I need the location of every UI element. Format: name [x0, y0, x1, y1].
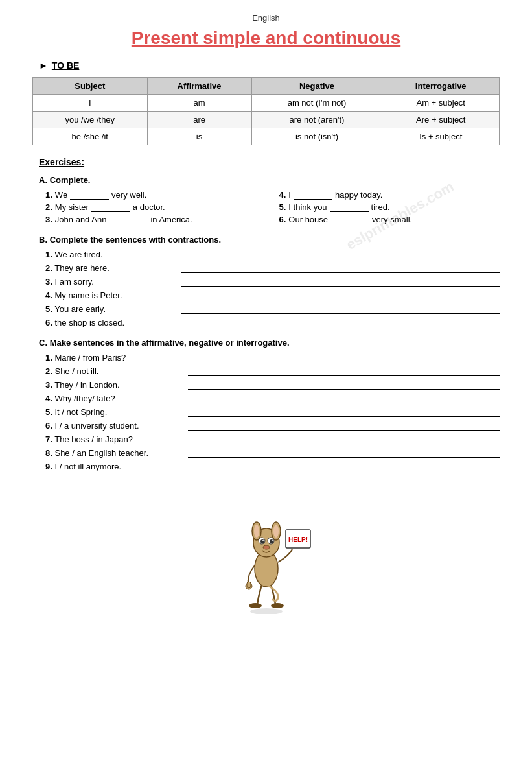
list-item: 4. My name is Peter. — [45, 290, 500, 300]
svg-point-8 — [260, 539, 264, 543]
svg-point-18 — [271, 603, 284, 608]
answer-line[interactable] — [188, 462, 500, 471]
item-text: Our house — [288, 215, 328, 224]
list-item: 1. We are tired. — [45, 250, 500, 259]
list-item: 4. Why /they/ late? — [45, 394, 500, 403]
section-a: A. Complete. 1. We very well.4. I happy … — [39, 175, 500, 224]
answer-line[interactable] — [188, 367, 500, 376]
answer-line[interactable] — [188, 435, 500, 444]
table-cell-0-2: am not (I'm not) — [251, 95, 382, 112]
blank-input[interactable] — [91, 203, 130, 212]
answer-line[interactable] — [188, 408, 500, 417]
list-item: 1. We very well. — [45, 190, 266, 200]
section-b-items: 1. We are tired. 2. They are here. 3. I … — [45, 250, 500, 327]
item-num: 3. — [45, 215, 52, 224]
col-header-negative: Negative — [251, 78, 382, 95]
list-item: 3. They / in London. — [45, 380, 500, 390]
list-item: 2. They are here. — [45, 263, 500, 273]
list-item: 8. She / an English teacher. — [45, 448, 500, 458]
svg-rect-14 — [247, 582, 251, 588]
cartoon-svg: HELP! — [221, 484, 312, 614]
blank-input[interactable] — [70, 191, 109, 200]
item-text: 3. I am sorry. — [45, 277, 175, 287]
col-header-subject: Subject — [33, 78, 148, 95]
answer-line[interactable] — [181, 291, 500, 300]
section-c: C. Make sentences in the affirmative, ne… — [39, 338, 500, 471]
svg-point-12 — [263, 545, 270, 549]
to-be-label: TO BE — [52, 60, 80, 71]
list-item: 6. I / a university student. — [45, 421, 500, 431]
col-header-affirmative: Affirmative — [147, 78, 251, 95]
item-text: John and Ann — [55, 215, 107, 224]
section-b: B. Complete the sentences with contracti… — [39, 235, 500, 327]
svg-point-5 — [273, 525, 279, 538]
table-cell-1-3: Are + subject — [382, 112, 500, 128]
list-item: 1. Marie / from Paris? — [45, 353, 500, 362]
list-item: 5. You are early. — [45, 304, 500, 314]
item-text: 8. She / an English teacher. — [45, 448, 181, 458]
item-text: 6. I / a university student. — [45, 421, 181, 431]
blank-input[interactable] — [330, 215, 369, 224]
blank-input[interactable] — [294, 191, 332, 200]
item-num: 1. — [45, 190, 52, 200]
table-cell-1-2: are not (aren't) — [251, 112, 382, 128]
table-cell-1-0: you /we /they — [33, 112, 148, 128]
table-cell-2-1: is — [147, 128, 251, 145]
subject-label: English — [32, 13, 500, 23]
item-text: I think you — [288, 202, 327, 212]
svg-point-19 — [250, 608, 283, 614]
item-text: 1. We are tired. — [45, 250, 175, 259]
grammar-table: Subject Affirmative Negative Interrogati… — [32, 77, 500, 145]
item-text: 4. My name is Peter. — [45, 290, 175, 300]
answer-line[interactable] — [188, 381, 500, 390]
item-text: very well. — [111, 190, 146, 200]
section-b-title: B. Complete the sentences with contracti… — [39, 235, 500, 244]
answer-line[interactable] — [188, 449, 500, 458]
table-cell-0-1: am — [147, 95, 251, 112]
item-text: 5. It / not Spring. — [45, 407, 181, 417]
answer-line[interactable] — [188, 421, 500, 431]
item-text: 2. She / not ill. — [45, 366, 181, 376]
table-cell-1-1: are — [147, 112, 251, 128]
item-text: happy today. — [335, 190, 382, 200]
item-text: in America. — [150, 215, 192, 224]
item-num: 2. — [45, 202, 52, 212]
main-title: Present simple and continuous — [32, 28, 500, 49]
section-a-items: 1. We very well.4. I happy today.2. My s… — [45, 190, 500, 224]
svg-point-4 — [254, 525, 259, 538]
list-item: 5. I think you tired. — [279, 202, 500, 212]
list-item: 3. John and Ann in America. — [45, 215, 266, 224]
blank-input[interactable] — [109, 215, 148, 224]
answer-line[interactable] — [181, 305, 500, 314]
svg-point-17 — [249, 603, 262, 608]
svg-point-9 — [270, 539, 273, 543]
answer-line[interactable] — [188, 353, 500, 362]
section-c-items: 1. Marie / from Paris? 2. She / not ill.… — [45, 353, 500, 471]
list-item: 2. My sister a doctor. — [45, 202, 266, 212]
answer-line[interactable] — [181, 264, 500, 273]
table-cell-0-3: Am + subject — [382, 95, 500, 112]
list-item: 3. I am sorry. — [45, 277, 500, 287]
list-item: 5. It / not Spring. — [45, 407, 500, 417]
section-c-title: C. Make sentences in the affirmative, ne… — [39, 338, 500, 348]
list-item: 6. the shop is closed. — [45, 318, 500, 327]
item-text: I — [288, 190, 291, 200]
section-a-title: A. Complete. — [39, 175, 500, 185]
list-item: 7. The boss / in Japan? — [45, 434, 500, 444]
answer-line[interactable] — [181, 278, 500, 287]
list-item: 2. She / not ill. — [45, 366, 500, 376]
item-num: 5. — [279, 202, 286, 212]
answer-line[interactable] — [181, 318, 500, 327]
item-text: 5. You are early. — [45, 304, 175, 314]
answer-line[interactable] — [188, 394, 500, 403]
item-text: 4. Why /they/ late? — [45, 394, 181, 403]
answer-line[interactable] — [181, 250, 500, 259]
blank-input[interactable] — [330, 203, 369, 212]
list-item: 9. I / not ill anymore. — [45, 462, 500, 471]
col-header-interrogative: Interrogative — [382, 78, 500, 95]
item-text: 9. I / not ill anymore. — [45, 462, 181, 471]
item-text: 1. Marie / from Paris? — [45, 353, 181, 362]
table-cell-2-0: he /she /it — [33, 128, 148, 145]
item-text: 2. They are here. — [45, 263, 175, 273]
item-num: 6. — [279, 215, 286, 224]
